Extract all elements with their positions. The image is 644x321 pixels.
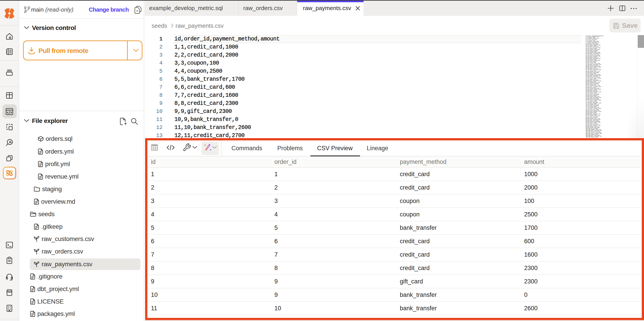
svg-text:110,110,coupon,1000: 110,110,coupon,1000 [586,136,598,138]
